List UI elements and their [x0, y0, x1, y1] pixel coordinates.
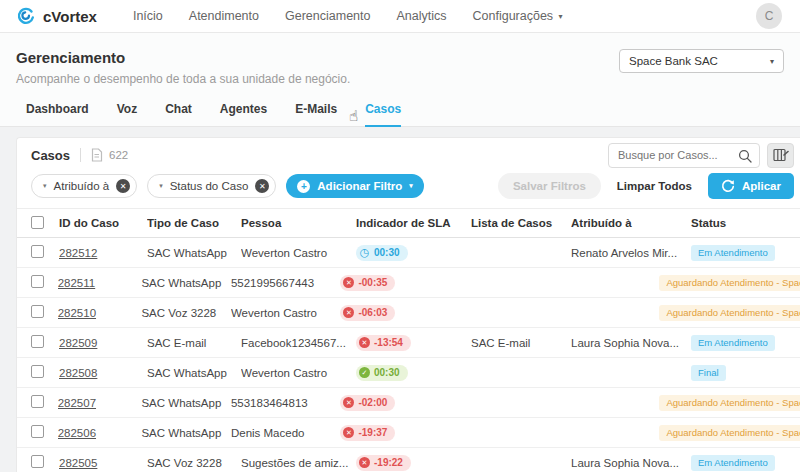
search-box: [608, 143, 760, 168]
status-badge: Aguardando Atendimento - Space: [659, 395, 800, 411]
col-header-sla: Indicador de SLA: [356, 217, 471, 229]
casos-panel: Casos 622 ▾ Atribuído à ✕ ▾ Status do Ca…: [16, 137, 800, 472]
case-count: 622: [109, 149, 128, 161]
status-badge: Aguardando Atendimento - Space: [659, 275, 800, 291]
divider: [80, 148, 81, 162]
filter-chip-label: Atribuído à: [54, 180, 110, 192]
case-person: Weverton Castro: [241, 247, 356, 259]
col-header-atribuido: Atribuído à: [571, 217, 691, 229]
nav-item-atendimento[interactable]: Atendimento: [189, 9, 259, 23]
search-input[interactable]: [609, 144, 727, 167]
col-header-status: Status: [691, 217, 800, 229]
apply-button[interactable]: Aplicar: [708, 173, 794, 199]
x-circle-icon: [343, 307, 354, 318]
status-badge: Em Atendimento: [691, 455, 775, 471]
remove-filter-icon[interactable]: ✕: [255, 179, 269, 193]
case-type: SAC WhatsApp: [147, 247, 241, 259]
x-circle-icon: [343, 277, 354, 288]
case-list: SAC E-mail: [471, 337, 571, 349]
case-id-link[interactable]: 282508: [59, 367, 97, 379]
status-badge: Aguardando Atendimento - Space: [659, 305, 800, 321]
tab-casos[interactable]: Casos: [365, 102, 401, 127]
col-header-pessoa: Pessoa: [241, 217, 356, 229]
table-row: 282507 SAC WhatsApp 553183464813 -02:00 …: [17, 388, 800, 418]
business-unit-value: Space Bank SAC: [629, 55, 718, 67]
management-tabs: Dashboard Voz Chat Agentes E-Mails Casos: [0, 86, 800, 127]
add-filter-button[interactable]: + Adicionar Filtro ▾: [286, 174, 424, 198]
search-icon[interactable]: [738, 149, 752, 163]
tab-agentes[interactable]: Agentes: [220, 102, 267, 126]
brand-logo[interactable]: cVortex: [16, 6, 97, 26]
clear-all-button[interactable]: Limpar Todos: [617, 180, 692, 192]
case-type: SAC WhatsApp: [147, 367, 241, 379]
case-type: SAC E-mail: [147, 337, 241, 349]
tab-chat[interactable]: Chat: [165, 102, 192, 126]
row-checkbox[interactable]: [31, 395, 44, 408]
page-subtitle: Acompanhe o desempenho de toda a sua uni…: [16, 72, 350, 86]
save-filters-button[interactable]: Salvar Filtros: [498, 173, 601, 199]
sla-badge: -13:54: [356, 335, 411, 351]
row-checkbox[interactable]: [31, 425, 44, 438]
case-id-link[interactable]: 282511: [58, 277, 96, 289]
clock-icon: [359, 247, 370, 258]
page-header: Gerenciamento Acompanhe o desempenho de …: [0, 33, 800, 86]
col-header-tipo: Tipo de Caso: [147, 217, 241, 229]
chevron-down-icon: ▾: [159, 182, 163, 190]
row-checkbox[interactable]: [31, 275, 44, 288]
row-checkbox[interactable]: [31, 335, 44, 348]
filter-chip-atribuido[interactable]: ▾ Atribuído à ✕: [31, 174, 137, 198]
select-all-checkbox[interactable]: [31, 216, 44, 229]
filter-chip-label: Status do Caso: [170, 180, 249, 192]
cvortex-logo-icon: [16, 6, 36, 26]
case-person: Weverton Castro: [231, 307, 341, 319]
row-checkbox[interactable]: [31, 245, 44, 258]
refresh-icon: [721, 179, 735, 193]
assigned-to: Laura Sophia Nova...: [571, 337, 691, 349]
columns-edit-icon: [773, 148, 789, 162]
case-id-link[interactable]: 282512: [59, 247, 97, 259]
tab-voz[interactable]: Voz: [117, 102, 137, 126]
page-title: Gerenciamento: [16, 49, 350, 66]
chevron-down-icon: ▾: [770, 57, 774, 66]
case-type: SAC WhatsApp: [141, 277, 231, 289]
case-id-link[interactable]: 282506: [58, 427, 96, 439]
column-settings-button[interactable]: [767, 143, 794, 168]
tab-emails[interactable]: E-Mails: [295, 102, 337, 126]
assigned-to: Laura Sophia Nova...: [571, 457, 691, 469]
x-circle-icon: [359, 457, 370, 468]
case-id-link[interactable]: 282507: [58, 397, 96, 409]
sla-badge: -02:00: [340, 395, 395, 411]
nav-item-analytics[interactable]: Analytics: [396, 9, 446, 23]
case-person: Denis Macedo: [231, 427, 341, 439]
x-circle-icon: [343, 397, 354, 408]
case-person: Sugestões de amiz...: [241, 457, 356, 469]
x-circle-icon: [359, 337, 370, 348]
status-badge: Em Atendimento: [691, 245, 775, 261]
case-id-link[interactable]: 282510: [58, 307, 96, 319]
business-unit-select[interactable]: Space Bank SAC ▾: [619, 49, 784, 73]
panel-title: Casos: [31, 148, 70, 163]
case-id-link[interactable]: 282505: [59, 457, 97, 469]
table-row: 282512 SAC WhatsApp Weverton Castro 00:3…: [17, 238, 800, 268]
x-circle-icon: [343, 427, 354, 438]
row-checkbox[interactable]: [31, 305, 44, 318]
case-person: 553183464813: [231, 397, 341, 409]
sla-badge: 00:30: [356, 365, 408, 381]
case-person: Facebook1234567...: [241, 337, 356, 349]
row-checkbox[interactable]: [31, 365, 44, 378]
tab-dashboard[interactable]: Dashboard: [26, 102, 89, 126]
filter-toolbar: ▾ Atribuído à ✕ ▾ Status do Caso ✕ + Adi…: [17, 170, 800, 208]
document-icon: [91, 148, 103, 162]
chevron-down-icon: ▾: [559, 12, 563, 21]
filter-chip-status[interactable]: ▾ Status do Caso ✕: [147, 174, 276, 198]
row-checkbox[interactable]: [31, 455, 44, 468]
case-id-link[interactable]: 282509: [59, 337, 97, 349]
user-avatar[interactable]: C: [756, 3, 782, 29]
nav-item-configuracoes[interactable]: Configurações ▾: [473, 9, 563, 23]
nav-item-gerenciamento[interactable]: Gerenciamento: [285, 9, 370, 23]
col-header-lista: Lista de Casos: [471, 217, 571, 229]
nav-item-inicio[interactable]: Início: [133, 9, 163, 23]
sla-badge: -19:37: [340, 425, 395, 441]
remove-filter-icon[interactable]: ✕: [116, 179, 130, 193]
sla-badge: -06:03: [340, 305, 395, 321]
